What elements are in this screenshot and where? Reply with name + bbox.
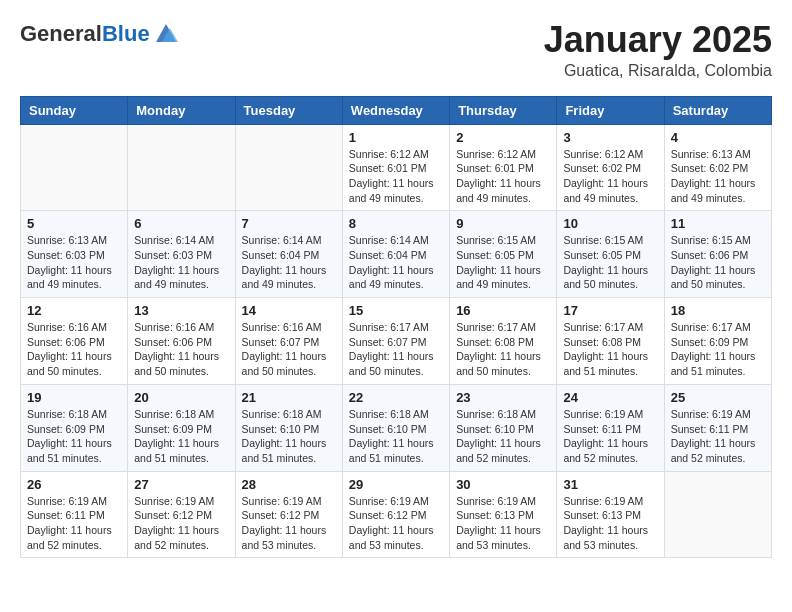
title-block: January 2025 Guatica, Risaralda, Colombi…: [544, 20, 772, 80]
day-number: 13: [134, 303, 228, 318]
day-info: Sunrise: 6:19 AM Sunset: 6:13 PM Dayligh…: [456, 494, 550, 553]
day-number: 27: [134, 477, 228, 492]
logo-icon: [152, 20, 180, 48]
logo-general: General: [20, 21, 102, 46]
day-number: 31: [563, 477, 657, 492]
day-number: 24: [563, 390, 657, 405]
calendar-cell: 8Sunrise: 6:14 AM Sunset: 6:04 PM Daylig…: [342, 211, 449, 298]
day-info: Sunrise: 6:17 AM Sunset: 6:09 PM Dayligh…: [671, 320, 765, 379]
calendar-cell: 1Sunrise: 6:12 AM Sunset: 6:01 PM Daylig…: [342, 124, 449, 211]
day-info: Sunrise: 6:18 AM Sunset: 6:10 PM Dayligh…: [242, 407, 336, 466]
day-number: 25: [671, 390, 765, 405]
day-info: Sunrise: 6:12 AM Sunset: 6:02 PM Dayligh…: [563, 147, 657, 206]
calendar-cell: 12Sunrise: 6:16 AM Sunset: 6:06 PM Dayli…: [21, 298, 128, 385]
day-number: 7: [242, 216, 336, 231]
day-number: 17: [563, 303, 657, 318]
weekday-header: Friday: [557, 96, 664, 124]
day-number: 12: [27, 303, 121, 318]
calendar-cell: 27Sunrise: 6:19 AM Sunset: 6:12 PM Dayli…: [128, 471, 235, 558]
calendar-cell: 11Sunrise: 6:15 AM Sunset: 6:06 PM Dayli…: [664, 211, 771, 298]
calendar-week-row: 1Sunrise: 6:12 AM Sunset: 6:01 PM Daylig…: [21, 124, 772, 211]
day-number: 22: [349, 390, 443, 405]
calendar-cell: [235, 124, 342, 211]
day-number: 28: [242, 477, 336, 492]
day-info: Sunrise: 6:18 AM Sunset: 6:09 PM Dayligh…: [27, 407, 121, 466]
day-info: Sunrise: 6:14 AM Sunset: 6:04 PM Dayligh…: [349, 233, 443, 292]
calendar-cell: 23Sunrise: 6:18 AM Sunset: 6:10 PM Dayli…: [450, 384, 557, 471]
day-info: Sunrise: 6:15 AM Sunset: 6:05 PM Dayligh…: [456, 233, 550, 292]
day-number: 29: [349, 477, 443, 492]
month-title: January 2025: [544, 20, 772, 60]
calendar-cell: 6Sunrise: 6:14 AM Sunset: 6:03 PM Daylig…: [128, 211, 235, 298]
calendar-cell: 2Sunrise: 6:12 AM Sunset: 6:01 PM Daylig…: [450, 124, 557, 211]
day-info: Sunrise: 6:16 AM Sunset: 6:06 PM Dayligh…: [134, 320, 228, 379]
day-info: Sunrise: 6:18 AM Sunset: 6:09 PM Dayligh…: [134, 407, 228, 466]
calendar-cell: 25Sunrise: 6:19 AM Sunset: 6:11 PM Dayli…: [664, 384, 771, 471]
calendar-table: SundayMondayTuesdayWednesdayThursdayFrid…: [20, 96, 772, 559]
calendar-cell: 26Sunrise: 6:19 AM Sunset: 6:11 PM Dayli…: [21, 471, 128, 558]
day-info: Sunrise: 6:19 AM Sunset: 6:12 PM Dayligh…: [349, 494, 443, 553]
day-info: Sunrise: 6:13 AM Sunset: 6:03 PM Dayligh…: [27, 233, 121, 292]
day-info: Sunrise: 6:17 AM Sunset: 6:08 PM Dayligh…: [456, 320, 550, 379]
weekday-header: Saturday: [664, 96, 771, 124]
logo-blue: Blue: [102, 21, 150, 46]
day-info: Sunrise: 6:19 AM Sunset: 6:11 PM Dayligh…: [563, 407, 657, 466]
calendar-cell: 31Sunrise: 6:19 AM Sunset: 6:13 PM Dayli…: [557, 471, 664, 558]
weekday-header: Wednesday: [342, 96, 449, 124]
calendar-cell: 7Sunrise: 6:14 AM Sunset: 6:04 PM Daylig…: [235, 211, 342, 298]
calendar-cell: 21Sunrise: 6:18 AM Sunset: 6:10 PM Dayli…: [235, 384, 342, 471]
day-info: Sunrise: 6:12 AM Sunset: 6:01 PM Dayligh…: [349, 147, 443, 206]
calendar-cell: 28Sunrise: 6:19 AM Sunset: 6:12 PM Dayli…: [235, 471, 342, 558]
day-info: Sunrise: 6:19 AM Sunset: 6:11 PM Dayligh…: [671, 407, 765, 466]
calendar-cell: 30Sunrise: 6:19 AM Sunset: 6:13 PM Dayli…: [450, 471, 557, 558]
weekday-header: Tuesday: [235, 96, 342, 124]
calendar-week-row: 12Sunrise: 6:16 AM Sunset: 6:06 PM Dayli…: [21, 298, 772, 385]
calendar-cell: 17Sunrise: 6:17 AM Sunset: 6:08 PM Dayli…: [557, 298, 664, 385]
calendar-week-row: 19Sunrise: 6:18 AM Sunset: 6:09 PM Dayli…: [21, 384, 772, 471]
day-number: 6: [134, 216, 228, 231]
day-info: Sunrise: 6:15 AM Sunset: 6:05 PM Dayligh…: [563, 233, 657, 292]
day-number: 20: [134, 390, 228, 405]
weekday-header-row: SundayMondayTuesdayWednesdayThursdayFrid…: [21, 96, 772, 124]
day-number: 14: [242, 303, 336, 318]
location: Guatica, Risaralda, Colombia: [544, 62, 772, 80]
calendar-cell: 14Sunrise: 6:16 AM Sunset: 6:07 PM Dayli…: [235, 298, 342, 385]
calendar-cell: [664, 471, 771, 558]
day-info: Sunrise: 6:18 AM Sunset: 6:10 PM Dayligh…: [456, 407, 550, 466]
day-info: Sunrise: 6:19 AM Sunset: 6:12 PM Dayligh…: [134, 494, 228, 553]
calendar-cell: 22Sunrise: 6:18 AM Sunset: 6:10 PM Dayli…: [342, 384, 449, 471]
weekday-header: Sunday: [21, 96, 128, 124]
day-info: Sunrise: 6:19 AM Sunset: 6:12 PM Dayligh…: [242, 494, 336, 553]
day-info: Sunrise: 6:16 AM Sunset: 6:06 PM Dayligh…: [27, 320, 121, 379]
day-number: 1: [349, 130, 443, 145]
calendar-cell: 29Sunrise: 6:19 AM Sunset: 6:12 PM Dayli…: [342, 471, 449, 558]
day-number: 9: [456, 216, 550, 231]
page-header: GeneralBlue January 2025 Guatica, Risara…: [20, 20, 772, 80]
day-number: 16: [456, 303, 550, 318]
day-info: Sunrise: 6:18 AM Sunset: 6:10 PM Dayligh…: [349, 407, 443, 466]
weekday-header: Thursday: [450, 96, 557, 124]
calendar-cell: 5Sunrise: 6:13 AM Sunset: 6:03 PM Daylig…: [21, 211, 128, 298]
day-number: 15: [349, 303, 443, 318]
day-number: 8: [349, 216, 443, 231]
day-info: Sunrise: 6:17 AM Sunset: 6:07 PM Dayligh…: [349, 320, 443, 379]
day-number: 4: [671, 130, 765, 145]
day-info: Sunrise: 6:14 AM Sunset: 6:03 PM Dayligh…: [134, 233, 228, 292]
day-number: 21: [242, 390, 336, 405]
day-number: 5: [27, 216, 121, 231]
day-info: Sunrise: 6:15 AM Sunset: 6:06 PM Dayligh…: [671, 233, 765, 292]
calendar-cell: [21, 124, 128, 211]
day-info: Sunrise: 6:12 AM Sunset: 6:01 PM Dayligh…: [456, 147, 550, 206]
day-info: Sunrise: 6:13 AM Sunset: 6:02 PM Dayligh…: [671, 147, 765, 206]
day-info: Sunrise: 6:19 AM Sunset: 6:13 PM Dayligh…: [563, 494, 657, 553]
calendar-cell: 20Sunrise: 6:18 AM Sunset: 6:09 PM Dayli…: [128, 384, 235, 471]
day-info: Sunrise: 6:16 AM Sunset: 6:07 PM Dayligh…: [242, 320, 336, 379]
day-info: Sunrise: 6:14 AM Sunset: 6:04 PM Dayligh…: [242, 233, 336, 292]
day-number: 23: [456, 390, 550, 405]
calendar-cell: 16Sunrise: 6:17 AM Sunset: 6:08 PM Dayli…: [450, 298, 557, 385]
calendar-cell: 18Sunrise: 6:17 AM Sunset: 6:09 PM Dayli…: [664, 298, 771, 385]
calendar-cell: 13Sunrise: 6:16 AM Sunset: 6:06 PM Dayli…: [128, 298, 235, 385]
weekday-header: Monday: [128, 96, 235, 124]
calendar-week-row: 5Sunrise: 6:13 AM Sunset: 6:03 PM Daylig…: [21, 211, 772, 298]
calendar-cell: [128, 124, 235, 211]
